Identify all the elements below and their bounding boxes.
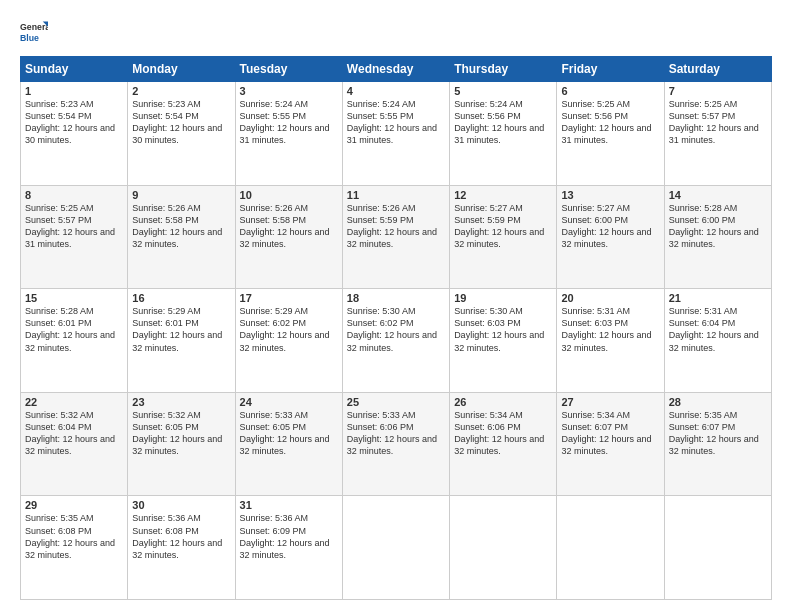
- day-number: 20: [561, 292, 659, 304]
- calendar-cell: [450, 496, 557, 600]
- calendar-cell: 12Sunrise: 5:27 AMSunset: 5:59 PMDayligh…: [450, 185, 557, 289]
- calendar-cell: 26Sunrise: 5:34 AMSunset: 6:06 PMDayligh…: [450, 392, 557, 496]
- calendar-cell: 30Sunrise: 5:36 AMSunset: 6:08 PMDayligh…: [128, 496, 235, 600]
- day-number: 12: [454, 189, 552, 201]
- day-number: 4: [347, 85, 445, 97]
- cell-info: Sunrise: 5:30 AMSunset: 6:02 PMDaylight:…: [347, 305, 445, 354]
- day-number: 30: [132, 499, 230, 511]
- calendar-cell: [664, 496, 771, 600]
- week-row-2: 15Sunrise: 5:28 AMSunset: 6:01 PMDayligh…: [21, 289, 772, 393]
- calendar-cell: 18Sunrise: 5:30 AMSunset: 6:02 PMDayligh…: [342, 289, 449, 393]
- cell-info: Sunrise: 5:31 AMSunset: 6:04 PMDaylight:…: [669, 305, 767, 354]
- cell-info: Sunrise: 5:32 AMSunset: 6:05 PMDaylight:…: [132, 409, 230, 458]
- day-number: 25: [347, 396, 445, 408]
- calendar-cell: 11Sunrise: 5:26 AMSunset: 5:59 PMDayligh…: [342, 185, 449, 289]
- calendar-cell: 6Sunrise: 5:25 AMSunset: 5:56 PMDaylight…: [557, 82, 664, 186]
- cell-info: Sunrise: 5:25 AMSunset: 5:57 PMDaylight:…: [25, 202, 123, 251]
- calendar-cell: 20Sunrise: 5:31 AMSunset: 6:03 PMDayligh…: [557, 289, 664, 393]
- day-number: 3: [240, 85, 338, 97]
- cell-info: Sunrise: 5:27 AMSunset: 6:00 PMDaylight:…: [561, 202, 659, 251]
- cell-info: Sunrise: 5:34 AMSunset: 6:06 PMDaylight:…: [454, 409, 552, 458]
- calendar-cell: 21Sunrise: 5:31 AMSunset: 6:04 PMDayligh…: [664, 289, 771, 393]
- cell-info: Sunrise: 5:24 AMSunset: 5:56 PMDaylight:…: [454, 98, 552, 147]
- cell-info: Sunrise: 5:33 AMSunset: 6:06 PMDaylight:…: [347, 409, 445, 458]
- calendar-cell: 5Sunrise: 5:24 AMSunset: 5:56 PMDaylight…: [450, 82, 557, 186]
- calendar-body: 1Sunrise: 5:23 AMSunset: 5:54 PMDaylight…: [21, 82, 772, 600]
- header-cell-tuesday: Tuesday: [235, 57, 342, 82]
- day-number: 31: [240, 499, 338, 511]
- day-number: 14: [669, 189, 767, 201]
- header-row: SundayMondayTuesdayWednesdayThursdayFrid…: [21, 57, 772, 82]
- day-number: 19: [454, 292, 552, 304]
- day-number: 26: [454, 396, 552, 408]
- calendar-header: SundayMondayTuesdayWednesdayThursdayFrid…: [21, 57, 772, 82]
- calendar-cell: 23Sunrise: 5:32 AMSunset: 6:05 PMDayligh…: [128, 392, 235, 496]
- cell-info: Sunrise: 5:26 AMSunset: 5:58 PMDaylight:…: [132, 202, 230, 251]
- cell-info: Sunrise: 5:23 AMSunset: 5:54 PMDaylight:…: [25, 98, 123, 147]
- calendar-cell: [557, 496, 664, 600]
- day-number: 6: [561, 85, 659, 97]
- calendar-cell: 29Sunrise: 5:35 AMSunset: 6:08 PMDayligh…: [21, 496, 128, 600]
- header-cell-thursday: Thursday: [450, 57, 557, 82]
- header-cell-wednesday: Wednesday: [342, 57, 449, 82]
- week-row-0: 1Sunrise: 5:23 AMSunset: 5:54 PMDaylight…: [21, 82, 772, 186]
- calendar-cell: 25Sunrise: 5:33 AMSunset: 6:06 PMDayligh…: [342, 392, 449, 496]
- calendar-cell: 31Sunrise: 5:36 AMSunset: 6:09 PMDayligh…: [235, 496, 342, 600]
- header-cell-sunday: Sunday: [21, 57, 128, 82]
- week-row-4: 29Sunrise: 5:35 AMSunset: 6:08 PMDayligh…: [21, 496, 772, 600]
- cell-info: Sunrise: 5:24 AMSunset: 5:55 PMDaylight:…: [240, 98, 338, 147]
- logo: General Blue: [20, 18, 52, 46]
- cell-info: Sunrise: 5:30 AMSunset: 6:03 PMDaylight:…: [454, 305, 552, 354]
- day-number: 5: [454, 85, 552, 97]
- calendar-cell: 15Sunrise: 5:28 AMSunset: 6:01 PMDayligh…: [21, 289, 128, 393]
- week-row-3: 22Sunrise: 5:32 AMSunset: 6:04 PMDayligh…: [21, 392, 772, 496]
- day-number: 9: [132, 189, 230, 201]
- page: General Blue SundayMondayTuesdayWednesda…: [0, 0, 792, 612]
- logo-icon: General Blue: [20, 18, 48, 46]
- header: General Blue: [20, 18, 772, 46]
- day-number: 21: [669, 292, 767, 304]
- calendar-cell: [342, 496, 449, 600]
- day-number: 13: [561, 189, 659, 201]
- cell-info: Sunrise: 5:26 AMSunset: 5:58 PMDaylight:…: [240, 202, 338, 251]
- cell-info: Sunrise: 5:32 AMSunset: 6:04 PMDaylight:…: [25, 409, 123, 458]
- calendar-cell: 22Sunrise: 5:32 AMSunset: 6:04 PMDayligh…: [21, 392, 128, 496]
- day-number: 22: [25, 396, 123, 408]
- day-number: 28: [669, 396, 767, 408]
- calendar-cell: 7Sunrise: 5:25 AMSunset: 5:57 PMDaylight…: [664, 82, 771, 186]
- svg-text:Blue: Blue: [20, 33, 39, 43]
- day-number: 1: [25, 85, 123, 97]
- calendar-cell: 19Sunrise: 5:30 AMSunset: 6:03 PMDayligh…: [450, 289, 557, 393]
- cell-info: Sunrise: 5:29 AMSunset: 6:01 PMDaylight:…: [132, 305, 230, 354]
- header-cell-friday: Friday: [557, 57, 664, 82]
- cell-info: Sunrise: 5:25 AMSunset: 5:56 PMDaylight:…: [561, 98, 659, 147]
- day-number: 11: [347, 189, 445, 201]
- cell-info: Sunrise: 5:24 AMSunset: 5:55 PMDaylight:…: [347, 98, 445, 147]
- calendar-table: SundayMondayTuesdayWednesdayThursdayFrid…: [20, 56, 772, 600]
- calendar-cell: 17Sunrise: 5:29 AMSunset: 6:02 PMDayligh…: [235, 289, 342, 393]
- cell-info: Sunrise: 5:28 AMSunset: 6:00 PMDaylight:…: [669, 202, 767, 251]
- cell-info: Sunrise: 5:29 AMSunset: 6:02 PMDaylight:…: [240, 305, 338, 354]
- week-row-1: 8Sunrise: 5:25 AMSunset: 5:57 PMDaylight…: [21, 185, 772, 289]
- day-number: 8: [25, 189, 123, 201]
- calendar-cell: 28Sunrise: 5:35 AMSunset: 6:07 PMDayligh…: [664, 392, 771, 496]
- header-cell-monday: Monday: [128, 57, 235, 82]
- calendar-cell: 4Sunrise: 5:24 AMSunset: 5:55 PMDaylight…: [342, 82, 449, 186]
- calendar-cell: 27Sunrise: 5:34 AMSunset: 6:07 PMDayligh…: [557, 392, 664, 496]
- cell-info: Sunrise: 5:28 AMSunset: 6:01 PMDaylight:…: [25, 305, 123, 354]
- day-number: 2: [132, 85, 230, 97]
- cell-info: Sunrise: 5:35 AMSunset: 6:07 PMDaylight:…: [669, 409, 767, 458]
- day-number: 16: [132, 292, 230, 304]
- cell-info: Sunrise: 5:36 AMSunset: 6:08 PMDaylight:…: [132, 512, 230, 561]
- day-number: 18: [347, 292, 445, 304]
- calendar-cell: 3Sunrise: 5:24 AMSunset: 5:55 PMDaylight…: [235, 82, 342, 186]
- svg-text:General: General: [20, 22, 48, 32]
- calendar-cell: 10Sunrise: 5:26 AMSunset: 5:58 PMDayligh…: [235, 185, 342, 289]
- day-number: 24: [240, 396, 338, 408]
- calendar-cell: 14Sunrise: 5:28 AMSunset: 6:00 PMDayligh…: [664, 185, 771, 289]
- cell-info: Sunrise: 5:26 AMSunset: 5:59 PMDaylight:…: [347, 202, 445, 251]
- day-number: 10: [240, 189, 338, 201]
- calendar-cell: 13Sunrise: 5:27 AMSunset: 6:00 PMDayligh…: [557, 185, 664, 289]
- cell-info: Sunrise: 5:25 AMSunset: 5:57 PMDaylight:…: [669, 98, 767, 147]
- cell-info: Sunrise: 5:31 AMSunset: 6:03 PMDaylight:…: [561, 305, 659, 354]
